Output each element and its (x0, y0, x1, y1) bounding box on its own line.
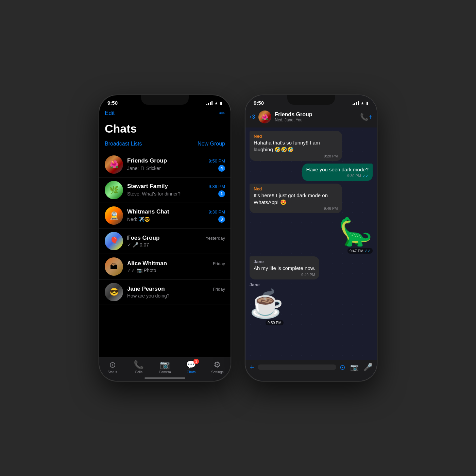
avatar-jane-pearson: 😎 (105, 283, 123, 301)
tab-calls[interactable]: 📞 Calls (125, 360, 152, 374)
message-jane-1: Jane Ah my life is complete now. 9:49 PM (250, 256, 319, 279)
camera-button[interactable]: 📷 (350, 363, 359, 371)
badge-whitmans-chat: 3 (218, 216, 225, 223)
message-time-sent-1: 9:30 PM (347, 174, 361, 178)
sender-label-ned-1: Ned (254, 134, 338, 139)
chats-links: Broadcast Lists New Group (105, 139, 225, 149)
chat-info-foes-group: Foes Group Yesterday ✓ 🎤 0:07 (127, 235, 225, 248)
chats-title: Chats (105, 121, 225, 139)
chat-info-stewart-family: Stewart Family 9:39 PM Steve: What's for… (127, 183, 225, 197)
input-icons: ⊙ 📷 🎤 (340, 363, 373, 372)
sticker-meta-dino: 9:47 PM ✓✓ (347, 248, 373, 254)
chat-preview-foes-group: ✓ 🎤 0:07 (127, 242, 149, 248)
time-display-2: 9:50 (254, 100, 264, 106)
status-icons-1: ▲ ▮ (206, 101, 222, 105)
chat-info-friends-group: Friends Group 9:50 PM Jane: 🗒 Sticker 4 (127, 157, 225, 172)
sticker-received-coffee: Jane ☕ 9:50 PM (250, 282, 284, 325)
battery-icon-2: ▮ (366, 101, 369, 105)
wifi-icon-2: ▲ (360, 101, 364, 105)
chats-nav: Edit ✏ (105, 108, 225, 121)
chat-item-alice-whitman[interactable]: 🏔 Alice Whitman Friday ✓✓ 📷 Photo (99, 254, 231, 279)
message-text-sent-1: Have you seen dark mode? (306, 166, 369, 173)
phones-container: 9:50 ▲ ▮ Edit (99, 95, 377, 381)
chat-time-whitmans-chat: 9:30 PM (209, 209, 225, 215)
chat-preview-alice-whitman: ✓✓ 📷 Photo (127, 268, 156, 273)
calls-tab-icon: 📞 (134, 360, 144, 370)
phone-1-side-right (231, 150, 231, 177)
sticker-sent-dino: 🦕 9:47 PM ✓✓ (339, 216, 373, 254)
messages-area: Ned Hahaha that's so funny!! I am laughi… (245, 128, 377, 360)
call-button[interactable]: 📞+ (360, 113, 373, 121)
chat-info-jane-pearson: Jane Pearson Friday How are you doing? (127, 286, 225, 299)
message-ned-1: Ned Hahaha that's so funny!! I am laughi… (250, 131, 342, 161)
phone-1: 9:50 ▲ ▮ Edit (99, 95, 231, 381)
chat-name-friends-group: Friends Group (127, 157, 167, 164)
message-checks-sent-1: ✓✓ (362, 174, 369, 178)
chat-item-jane-pearson[interactable]: 😎 Jane Pearson Friday How are you doing? (99, 279, 231, 305)
chat-item-whitmans-chat[interactable]: 🚊 Whitmans Chat 9:30 PM Ned: ✈️😎 3 (99, 203, 231, 228)
compose-icon[interactable]: ✏ (219, 109, 225, 117)
tab-settings[interactable]: ⚙ Settings (204, 360, 231, 374)
signal-icon (206, 101, 213, 105)
input-bar: + ⊙ 📷 🎤 (245, 360, 377, 381)
phone-1-screen: 9:50 ▲ ▮ Edit (99, 95, 231, 381)
chat-item-foes-group[interactable]: 🎈 Foes Group Yesterday ✓ 🎤 0:07 (99, 228, 231, 254)
chat-name-foes-group: Foes Group (127, 235, 159, 241)
chat-name-alice-whitman: Alice Whitman (127, 260, 167, 267)
chats-tab-badge: 3 (193, 359, 199, 364)
signal-icon-2 (353, 101, 359, 105)
chat-name-jane-pearson: Jane Pearson (127, 286, 165, 292)
edit-button[interactable]: Edit (105, 110, 115, 117)
sender-label-jane-2: Jane (250, 282, 260, 287)
avatar-whitmans-chat: 🚊 (105, 206, 123, 225)
status-bar-1: 9:50 ▲ ▮ (99, 95, 231, 108)
chat-item-stewart-family[interactable]: 🌿 Stewart Family 9:39 PM Steve: What's f… (99, 177, 231, 203)
chats-list-screen: 9:50 ▲ ▮ Edit (99, 95, 231, 381)
avatar-foes-group: 🎈 (105, 232, 123, 250)
sticker-checks-dino: ✓✓ (364, 249, 371, 253)
avatar-alice-whitman: 🏔 (105, 257, 123, 276)
chat-view-screen: 9:50 ▲ ▮ ‹ (245, 95, 377, 381)
calls-tab-label: Calls (135, 370, 142, 374)
chat-time-alice-whitman: Friday (213, 261, 225, 266)
settings-tab-icon: ⚙ (214, 360, 221, 370)
chats-tab-label: Chats (187, 370, 196, 374)
chat-preview-whitmans-chat: Ned: ✈️😎 (127, 217, 150, 222)
group-members: Ned, Jane, You (275, 118, 357, 122)
coffee-sticker-emoji: ☕ (250, 288, 284, 320)
sticker-meta-coffee: 9:50 PM (266, 320, 284, 325)
message-time-jane-1: 9:49 PM (301, 273, 315, 277)
phone-2-screen: 9:50 ▲ ▮ ‹ (245, 95, 377, 381)
wifi-icon: ▲ (214, 101, 218, 105)
back-chevron-icon: ‹ (250, 114, 251, 120)
chat-item-friends-group[interactable]: 🌺 Friends Group 9:50 PM Jane: 🗒 Sticker … (99, 152, 231, 177)
chat-info-alice-whitman: Alice Whitman Friday ✓✓ 📷 Photo (127, 260, 225, 273)
message-text-jane-1: Ah my life is complete now. (254, 265, 315, 272)
tab-camera[interactable]: 📷 Camera (152, 360, 178, 374)
chat-time-stewart-family: 9:39 PM (209, 184, 225, 189)
sticker-button[interactable]: ⊙ (340, 363, 345, 371)
badge-stewart-family: 1 (218, 190, 225, 197)
chats-tab-badge-wrap: 💬 3 (186, 360, 196, 370)
back-button[interactable]: ‹ 3 (250, 114, 255, 120)
status-tab-icon: ⊙ (109, 360, 116, 370)
sticker-time-coffee: 9:50 PM (268, 321, 282, 325)
new-group-link[interactable]: New Group (198, 141, 225, 147)
home-indicator-1 (144, 377, 185, 379)
chat-preview-friends-group: Jane: 🗒 Sticker (127, 166, 161, 171)
broadcast-lists-link[interactable]: Broadcast Lists (105, 141, 142, 147)
group-info: Friends Group Ned, Jane, You (275, 112, 357, 122)
chat-preview-stewart-family: Steve: What's for dinner? (127, 191, 181, 197)
tab-status[interactable]: ⊙ Status (99, 360, 125, 374)
chat-header: ‹ 3 🌺 Friends Group Ned, Jane, You 📞+ (245, 108, 377, 128)
mic-button[interactable]: 🎤 (363, 363, 373, 372)
plus-button[interactable]: + (250, 362, 254, 372)
chat-name-whitmans-chat: Whitmans Chat (127, 208, 169, 215)
sticker-time-dino: 9:47 PM (350, 249, 363, 253)
message-input[interactable] (258, 364, 336, 370)
tab-chats[interactable]: 💬 3 Chats (178, 360, 204, 374)
status-tab-label: Status (107, 370, 117, 374)
message-text-ned-2: It's here!! I just got dark mode on What… (254, 192, 338, 206)
avatar-friends-group: 🌺 (105, 155, 123, 174)
camera-tab-icon: 📷 (160, 360, 170, 370)
